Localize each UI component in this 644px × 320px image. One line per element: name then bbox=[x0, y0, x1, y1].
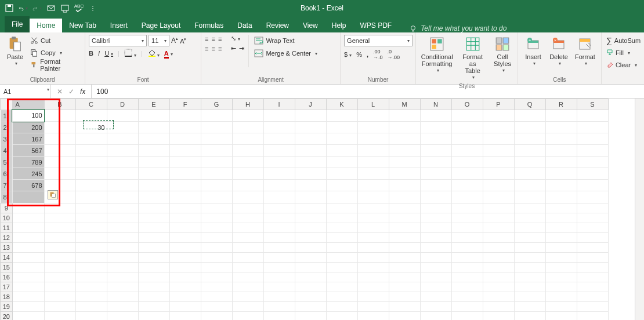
cell[interactable] bbox=[451, 223, 483, 232]
cell[interactable] bbox=[295, 232, 326, 242]
cell[interactable] bbox=[357, 232, 389, 242]
cell[interactable] bbox=[420, 272, 451, 282]
cell[interactable] bbox=[75, 223, 107, 232]
cell[interactable] bbox=[75, 145, 107, 157]
cell[interactable] bbox=[389, 213, 420, 223]
cell[interactable] bbox=[577, 272, 608, 282]
cell[interactable] bbox=[420, 262, 451, 272]
paste-button[interactable]: Paste ▾ bbox=[3, 35, 27, 68]
cell[interactable] bbox=[483, 223, 514, 232]
cell[interactable] bbox=[201, 252, 232, 262]
cell[interactable] bbox=[107, 145, 138, 157]
cell[interactable] bbox=[389, 262, 420, 272]
cell[interactable] bbox=[12, 203, 44, 213]
cell[interactable] bbox=[295, 311, 326, 320]
delete-cells-button[interactable]: ×Delete▾ bbox=[547, 35, 570, 68]
cell[interactable] bbox=[326, 203, 357, 213]
cell[interactable] bbox=[201, 145, 232, 157]
cell[interactable] bbox=[169, 301, 201, 311]
cell[interactable] bbox=[169, 292, 201, 301]
cell[interactable] bbox=[326, 272, 357, 282]
cell[interactable] bbox=[420, 168, 451, 180]
tab-file[interactable]: File bbox=[5, 16, 30, 32]
cell[interactable] bbox=[514, 145, 545, 157]
cell[interactable] bbox=[232, 145, 263, 157]
cell[interactable] bbox=[514, 180, 545, 191]
cell[interactable] bbox=[107, 262, 138, 272]
cell[interactable] bbox=[107, 301, 138, 311]
cell[interactable] bbox=[545, 272, 577, 282]
cell[interactable] bbox=[451, 272, 483, 282]
cell[interactable] bbox=[75, 262, 107, 272]
cell[interactable] bbox=[420, 157, 451, 168]
cell[interactable] bbox=[263, 110, 295, 122]
cell[interactable] bbox=[420, 133, 451, 145]
italic-button[interactable]: I bbox=[98, 50, 100, 57]
cell[interactable] bbox=[44, 168, 75, 180]
cell[interactable] bbox=[44, 145, 75, 157]
fill-color-button[interactable]: ▾ bbox=[147, 49, 160, 58]
row-header[interactable]: 14 bbox=[1, 252, 13, 262]
cell[interactable] bbox=[483, 311, 514, 320]
cell[interactable] bbox=[545, 110, 577, 122]
cell[interactable] bbox=[44, 203, 75, 213]
cell[interactable] bbox=[326, 145, 357, 157]
cell[interactable] bbox=[107, 311, 138, 320]
cell[interactable] bbox=[483, 133, 514, 145]
cell[interactable] bbox=[107, 223, 138, 232]
cell[interactable] bbox=[169, 180, 201, 191]
cell[interactable] bbox=[357, 168, 389, 180]
cell[interactable] bbox=[545, 223, 577, 232]
cell[interactable] bbox=[169, 122, 201, 133]
cell[interactable] bbox=[12, 242, 44, 252]
cell[interactable] bbox=[389, 157, 420, 168]
cell[interactable] bbox=[232, 157, 263, 168]
cell[interactable] bbox=[420, 122, 451, 133]
cell[interactable] bbox=[232, 110, 263, 122]
cell[interactable] bbox=[75, 157, 107, 168]
cell[interactable] bbox=[420, 232, 451, 242]
row-header[interactable]: 18 bbox=[1, 292, 13, 301]
cell[interactable] bbox=[75, 191, 107, 203]
row-header[interactable]: 9 bbox=[1, 203, 13, 213]
cell[interactable] bbox=[389, 282, 420, 292]
cell[interactable] bbox=[263, 301, 295, 311]
cell[interactable] bbox=[138, 272, 169, 282]
cell[interactable] bbox=[263, 157, 295, 168]
align-top-icon[interactable]: ≡ bbox=[205, 35, 208, 42]
cell[interactable] bbox=[201, 232, 232, 242]
cell[interactable] bbox=[451, 122, 483, 133]
cell[interactable] bbox=[263, 252, 295, 262]
font-color-button[interactable]: A▾ bbox=[164, 50, 173, 57]
row-header[interactable]: 15 bbox=[1, 262, 13, 272]
cell[interactable] bbox=[138, 242, 169, 252]
cell[interactable] bbox=[577, 301, 608, 311]
format-as-table-button[interactable]: Format as Table▾ bbox=[457, 35, 489, 82]
cell[interactable] bbox=[44, 180, 75, 191]
cell[interactable] bbox=[451, 262, 483, 272]
cell[interactable] bbox=[577, 242, 608, 252]
align-middle-icon[interactable]: ≡ bbox=[212, 35, 215, 42]
cell[interactable] bbox=[451, 133, 483, 145]
cell[interactable] bbox=[295, 122, 326, 133]
cell[interactable] bbox=[201, 223, 232, 232]
cell[interactable] bbox=[44, 232, 75, 242]
cell[interactable] bbox=[75, 272, 107, 282]
underline-button[interactable]: U▾ bbox=[104, 50, 113, 57]
cell[interactable] bbox=[545, 168, 577, 180]
cell[interactable] bbox=[107, 213, 138, 223]
cell[interactable] bbox=[451, 301, 483, 311]
cell[interactable] bbox=[201, 180, 232, 191]
cell[interactable] bbox=[326, 168, 357, 180]
cancel-formula-icon[interactable]: ✕ bbox=[57, 88, 63, 96]
cell[interactable] bbox=[545, 311, 577, 320]
cell[interactable] bbox=[12, 282, 44, 292]
cell[interactable] bbox=[263, 191, 295, 203]
cell[interactable] bbox=[12, 292, 44, 301]
cell[interactable] bbox=[295, 262, 326, 272]
cell[interactable] bbox=[232, 232, 263, 242]
cell[interactable] bbox=[357, 203, 389, 213]
cell[interactable] bbox=[107, 110, 138, 122]
cell[interactable] bbox=[138, 145, 169, 157]
clear-button[interactable]: Clear▾ bbox=[605, 59, 642, 71]
